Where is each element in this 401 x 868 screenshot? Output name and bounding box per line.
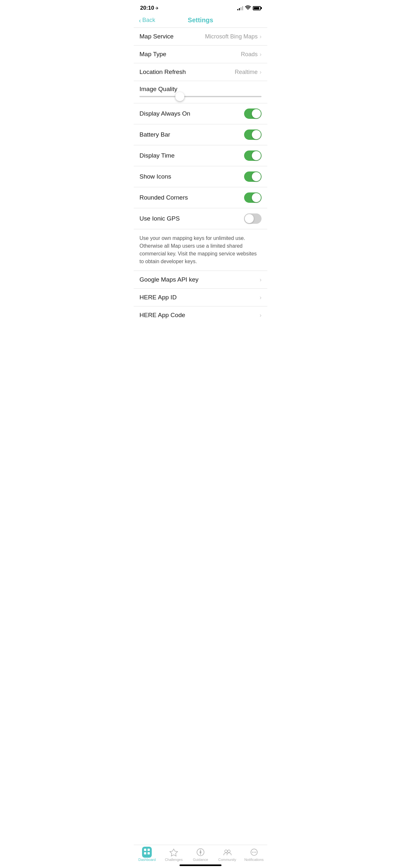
map-service-value: Microsoft Bing Maps › [205,33,261,40]
battery-bar-row: Battery Bar [134,124,267,145]
settings-content: Map Service Microsoft Bing Maps › Map Ty… [134,28,267,356]
status-time: 20:10 ✈ [140,5,159,11]
display-time-row: Display Time [134,145,267,166]
chevron-right-icon: › [259,51,261,58]
display-always-on-toggle[interactable] [244,108,261,119]
here-app-code-row[interactable]: HERE App Code › [134,306,267,324]
map-type-row[interactable]: Map Type Roads › [134,45,267,63]
battery-bar-toggle[interactable] [244,129,261,140]
display-always-on-label: Display Always On [140,110,190,117]
chevron-right-icon: › [259,276,261,283]
toggle-thumb [252,172,261,181]
location-refresh-value: Realtime › [235,69,261,75]
toggle-thumb [252,130,261,139]
use-ionic-gps-toggle[interactable] [244,213,261,224]
nav-bar: ‹ Back Settings [134,14,267,27]
location-refresh-row[interactable]: Location Refresh Realtime › [134,63,267,81]
toggle-thumb [252,151,261,160]
status-icons [237,5,261,11]
back-button[interactable]: ‹ Back [139,17,155,24]
show-icons-toggle[interactable] [244,172,261,182]
page-title: Settings [188,17,213,24]
signal-icon [237,6,243,10]
slider-thumb[interactable] [175,92,184,101]
chevron-right-icon: › [259,294,261,301]
info-text: Use your own mapping keys for unlimited … [134,229,267,271]
display-time-toggle[interactable] [244,151,261,161]
image-quality-row: Image Quality [134,81,267,103]
chevron-right-icon: › [259,312,261,319]
location-arrow-icon: ✈ [155,6,159,11]
map-type-label: Map Type [140,51,166,58]
wifi-icon [245,5,251,11]
map-service-label: Map Service [140,33,174,40]
toggle-thumb [245,214,254,223]
back-chevron-icon: ‹ [139,17,141,24]
status-bar: 20:10 ✈ [134,0,267,14]
back-label: Back [143,17,155,24]
show-icons-row: Show Icons [134,166,267,187]
show-icons-label: Show Icons [140,173,171,180]
display-always-on-row: Display Always On [134,103,267,124]
rounded-corners-toggle[interactable] [244,192,261,203]
rounded-corners-label: Rounded Corners [140,194,188,201]
map-type-value: Roads › [241,51,261,58]
chevron-right-icon: › [259,33,261,40]
image-quality-slider[interactable] [140,96,261,97]
here-app-id-label: HERE App ID [140,294,177,301]
rounded-corners-row: Rounded Corners [134,187,267,208]
toggle-thumb [252,193,261,202]
location-refresh-label: Location Refresh [140,68,186,75]
google-maps-api-key-row[interactable]: Google Maps API key › [134,271,267,288]
battery-bar-label: Battery Bar [140,131,170,138]
toggle-thumb [252,109,261,118]
display-time-label: Display Time [140,152,175,159]
here-app-id-row[interactable]: HERE App ID › [134,289,267,306]
chevron-right-icon: › [259,69,261,75]
google-maps-api-key-label: Google Maps API key [140,276,198,283]
battery-icon [253,6,261,10]
use-ionic-gps-row: Use Ionic GPS [134,208,267,229]
image-quality-label: Image Quality [140,86,261,93]
map-service-row[interactable]: Map Service Microsoft Bing Maps › [134,28,267,45]
here-app-code-label: HERE App Code [140,312,185,319]
use-ionic-gps-label: Use Ionic GPS [140,215,180,222]
